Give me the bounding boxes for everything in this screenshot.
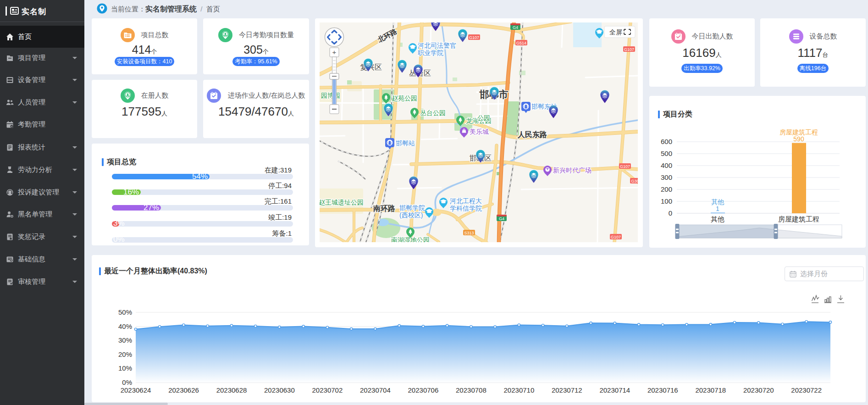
svg-text:邯郸学院: 邯郸学院 [399,204,425,211]
svg-text:500: 500 [661,150,672,157]
svg-text:20230710: 20230710 [504,386,535,394]
svg-text:G4: G4 [499,216,504,221]
svg-text:600: 600 [661,138,672,145]
svg-text:丛台公园: 丛台公园 [420,109,446,117]
svg-text:20%: 20% [118,350,132,358]
svg-text:房屋建筑工程: 房屋建筑工程 [780,128,818,136]
svg-text:20230630: 20230630 [264,386,295,394]
svg-text:G107: G107 [611,235,621,239]
svg-text:学科信学院: 学科信学院 [450,205,482,212]
svg-text:20230722: 20230722 [791,386,822,394]
svg-text:20230708: 20230708 [456,386,487,394]
svg-text:G30: G30 [631,179,638,183]
svg-text:园博园: 园博园 [321,92,340,99]
svg-text:G514: G514 [516,41,526,45]
svg-text:20230628: 20230628 [216,386,247,394]
svg-text:邯郸站: 邯郸站 [396,139,415,147]
svg-text:100: 100 [661,197,672,205]
svg-text:赵苑公园: 赵苑公园 [392,94,417,102]
svg-text:美乐城: 美乐城 [470,128,489,135]
svg-text:400: 400 [661,161,672,169]
svg-text:20230624: 20230624 [121,386,151,394]
svg-text:G107: G107 [624,47,634,52]
svg-text:+: + [332,48,337,56]
svg-text:20230704: 20230704 [360,386,391,394]
svg-text:职业学院: 职业学院 [418,49,443,56]
svg-text:20230626: 20230626 [168,386,199,394]
svg-text:其他: 其他 [711,198,724,205]
svg-text:0%: 0% [122,378,132,386]
svg-text:20230714: 20230714 [599,386,630,394]
svg-text:50%: 50% [118,308,132,316]
svg-text:20230702: 20230702 [312,386,343,394]
svg-text:20230718: 20230718 [695,386,726,394]
svg-text:房屋建筑工程: 房屋建筑工程 [778,215,819,223]
svg-text:河北工程大: 河北工程大 [450,197,482,205]
svg-text:(西校区): (西校区) [399,211,423,219]
svg-text:G107: G107 [620,164,630,169]
svg-text:南环路: 南环路 [373,204,395,212]
svg-text:10%: 10% [118,364,132,372]
svg-text:0: 0 [669,209,672,217]
svg-text:其他: 其他 [711,215,724,223]
svg-text:20230720: 20230720 [743,386,774,394]
svg-text:20230716: 20230716 [647,386,678,394]
svg-text:G107: G107 [469,35,479,40]
svg-text:20230706: 20230706 [408,386,439,394]
svg-text:200: 200 [661,185,672,193]
svg-text:赵王城遗址公园: 赵王城遗址公园 [320,199,364,206]
svg-text:30%: 30% [118,336,132,344]
svg-text:590: 590 [793,135,804,143]
svg-text:人民东路: 人民东路 [517,130,547,139]
svg-text:公园: 公园 [477,114,490,122]
svg-text:全屏: 全屏 [609,28,622,36]
svg-text:40%: 40% [118,322,132,330]
svg-text:G4: G4 [513,25,518,30]
svg-text:1: 1 [716,205,719,212]
svg-text:300: 300 [661,173,672,181]
svg-text:新兴时代广场: 新兴时代广场 [553,166,592,174]
svg-text:河北司法警官: 河北司法警官 [418,42,456,49]
svg-text:20230712: 20230712 [552,386,582,394]
svg-text:S313: S313 [464,231,474,235]
